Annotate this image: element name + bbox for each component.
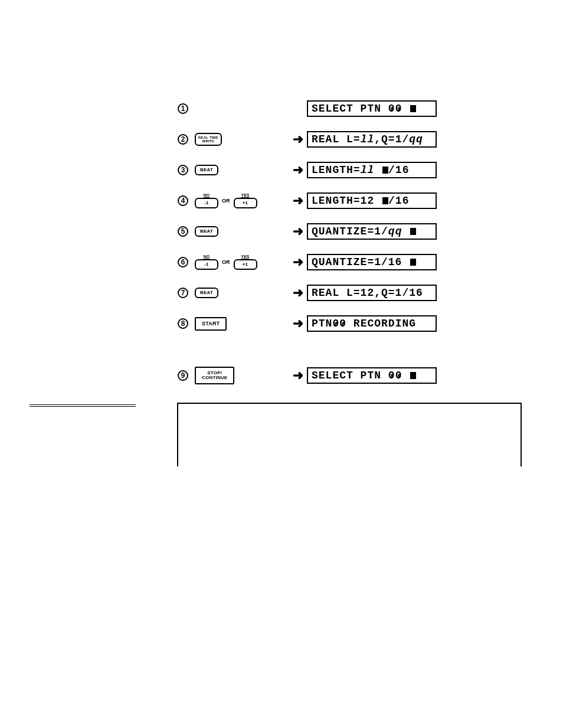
cursor-block bbox=[410, 228, 416, 235]
step-row: 1SELECT PTN 00 bbox=[177, 93, 437, 124]
lcd-text: ,Q=1/ bbox=[374, 133, 409, 145]
step-buttons: NO-1ORYES+1 bbox=[191, 193, 289, 208]
step-number: 3 bbox=[177, 164, 191, 176]
button-top-label: NO bbox=[204, 254, 210, 259]
lcd-text: 0 bbox=[388, 370, 395, 381]
no-minus-button[interactable]: NO-1 bbox=[195, 254, 218, 270]
svg-text:9: 9 bbox=[181, 371, 185, 380]
step-buttons: START bbox=[191, 317, 289, 331]
step-buttons: NO-1ORYES+1 bbox=[191, 254, 289, 270]
button-top-label: YES bbox=[241, 193, 249, 197]
lcd-text: qq bbox=[409, 133, 423, 145]
step-number: 4 bbox=[177, 195, 191, 207]
row-gap bbox=[177, 339, 437, 360]
lcd-display: REAL L=ll,Q=1/qq bbox=[307, 131, 437, 148]
steps-diagram: 1SELECT PTN 00 2REAL TIMEWRITE➜REAL L=ll… bbox=[177, 93, 437, 391]
beat-button[interactable]: BEAT bbox=[195, 165, 218, 175]
lcd-text: LENGTH= bbox=[312, 164, 361, 176]
button-body: -1 bbox=[195, 259, 218, 270]
or-label: OR bbox=[222, 259, 230, 265]
button-top-label: NO bbox=[204, 193, 210, 197]
step-row: 9STOP/CONTINUE➜SELECT PTN 00 bbox=[177, 360, 437, 391]
lcd-text: ll bbox=[361, 164, 375, 176]
arrow-icon: ➜ bbox=[289, 256, 307, 269]
step-number: 5 bbox=[177, 226, 191, 237]
svg-text:4: 4 bbox=[181, 197, 185, 205]
lcd-text: /16 bbox=[388, 164, 409, 176]
horizontal-rule bbox=[30, 404, 136, 407]
step-number: 7 bbox=[177, 287, 191, 299]
arrow-icon: ➜ bbox=[289, 317, 307, 330]
cursor-block bbox=[382, 167, 388, 174]
lcd-text: QUANTIZE=1/16 bbox=[312, 256, 409, 268]
step-row: 6NO-1ORYES+1➜QUANTIZE=1/16 bbox=[177, 247, 437, 278]
lcd-text: SELECT PTN bbox=[312, 103, 388, 115]
arrow-icon: ➜ bbox=[289, 164, 307, 177]
lcd-text: ll bbox=[361, 133, 375, 145]
svg-text:6: 6 bbox=[181, 258, 185, 266]
lcd-text: REAL L= bbox=[312, 133, 361, 145]
yes-plus-button[interactable]: YES+1 bbox=[234, 193, 257, 208]
lcd-text bbox=[402, 370, 409, 381]
real-time-write-button[interactable]: REAL TIMEWRITE bbox=[195, 133, 222, 146]
lcd-text: qq bbox=[388, 226, 402, 237]
button-top-label: YES bbox=[241, 254, 249, 259]
lcd-text bbox=[402, 103, 409, 115]
arrow-icon: ➜ bbox=[289, 194, 307, 207]
step-number: 6 bbox=[177, 256, 191, 268]
cursor-block bbox=[410, 372, 416, 379]
svg-text:7: 7 bbox=[181, 289, 185, 297]
button-body: -1 bbox=[195, 198, 218, 208]
yes-plus-button[interactable]: YES+1 bbox=[234, 254, 257, 270]
lcd-text: 0 bbox=[332, 318, 339, 329]
lcd-display: PTN00 RECORDING bbox=[307, 315, 437, 332]
step-buttons: BEAT bbox=[191, 288, 289, 298]
lcd-display: QUANTIZE=1/16 bbox=[307, 254, 437, 270]
step-row: 2REAL TIMEWRITE➜REAL L=ll,Q=1/qq bbox=[177, 124, 437, 155]
lcd-display: REAL L=12,Q=1/16 bbox=[307, 285, 437, 301]
beat-button[interactable]: BEAT bbox=[195, 226, 218, 237]
page: 1SELECT PTN 00 2REAL TIMEWRITE➜REAL L=ll… bbox=[0, 0, 563, 728]
step-buttons: REAL TIMEWRITE bbox=[191, 133, 289, 146]
lcd-display: LENGTH=ll /16 bbox=[307, 162, 437, 178]
start-button[interactable]: START bbox=[195, 317, 227, 331]
no-minus-button[interactable]: NO-1 bbox=[195, 193, 218, 208]
stop-continue-button[interactable]: STOP/CONTINUE bbox=[195, 367, 234, 384]
lcd-text: QUANTIZE=1/ bbox=[312, 226, 388, 237]
svg-text:5: 5 bbox=[181, 227, 185, 236]
arrow-icon: ➜ bbox=[289, 286, 307, 299]
lcd-text: PTN bbox=[312, 318, 332, 329]
arrow-icon: ➜ bbox=[289, 225, 307, 238]
lcd-display: QUANTIZE=1/qq bbox=[307, 223, 437, 240]
svg-text:1: 1 bbox=[181, 105, 185, 113]
step-buttons: STOP/CONTINUE bbox=[191, 367, 289, 384]
step-number: 8 bbox=[177, 318, 191, 329]
lcd-text: 0 bbox=[339, 318, 346, 329]
lcd-text: 0 bbox=[395, 103, 402, 115]
lcd-display: SELECT PTN 00 bbox=[307, 367, 437, 384]
step-buttons: BEAT bbox=[191, 165, 289, 175]
svg-text:8: 8 bbox=[181, 319, 185, 328]
cursor-block bbox=[410, 259, 416, 266]
button-body: +1 bbox=[234, 198, 257, 208]
lcd-text: 0 bbox=[395, 370, 402, 381]
cursor-block bbox=[382, 197, 388, 204]
lcd-display: LENGTH=12 /16 bbox=[307, 192, 437, 209]
button-body: +1 bbox=[234, 259, 257, 270]
lcd-display: SELECT PTN 00 bbox=[307, 100, 437, 117]
cursor-block bbox=[410, 105, 416, 112]
step-row: 7BEAT➜REAL L=12,Q=1/16 bbox=[177, 278, 437, 308]
lcd-text bbox=[374, 164, 381, 176]
svg-text:2: 2 bbox=[181, 135, 185, 143]
lcd-text bbox=[402, 226, 409, 237]
step-row: 5BEAT➜QUANTIZE=1/qq bbox=[177, 216, 437, 247]
arrow-icon: ➜ bbox=[289, 133, 307, 146]
svg-text:3: 3 bbox=[181, 166, 185, 174]
note-frame bbox=[177, 403, 522, 466]
step-row: 4NO-1ORYES+1➜LENGTH=12 /16 bbox=[177, 185, 437, 216]
lcd-text: RECORDING bbox=[346, 318, 416, 329]
lcd-text: LENGTH=12 bbox=[312, 195, 381, 207]
beat-button[interactable]: BEAT bbox=[195, 288, 218, 298]
lcd-text: SELECT PTN bbox=[312, 370, 388, 381]
lcd-text: /16 bbox=[388, 195, 409, 207]
